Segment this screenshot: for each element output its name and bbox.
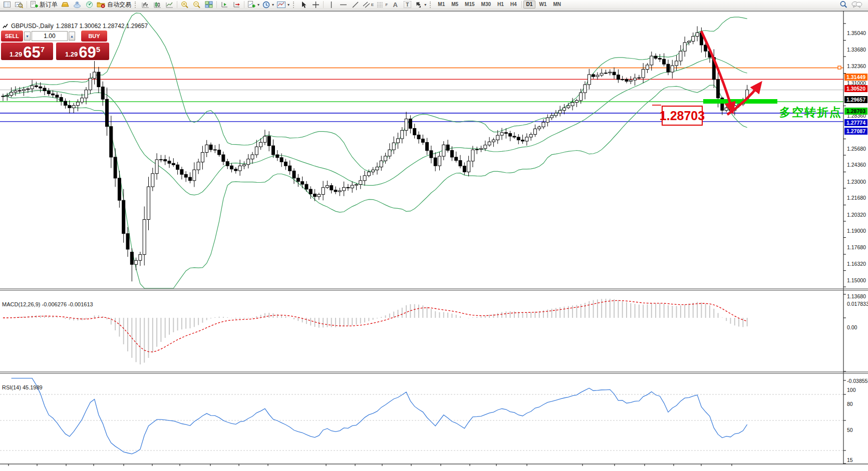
sell-button[interactable]: SELL: [1, 31, 23, 42]
horizontal-line-icon: [340, 3, 347, 7]
price-tick-label: 1.33680: [847, 47, 866, 53]
timeframe-m30[interactable]: M30: [478, 1, 494, 9]
equidistant-channel-tool-button[interactable]: E: [362, 1, 375, 9]
template-icon: [277, 2, 285, 8]
price-marker-1.27774: 1.27774: [844, 119, 867, 126]
toolbar-separator: [521, 1, 522, 8]
indicators-icon: [247, 1, 255, 9]
bar-chart-mode-button[interactable]: [140, 1, 151, 9]
toolbar-separator: [27, 1, 27, 8]
auto-scroll-icon: [221, 1, 228, 8]
timeframe-m5[interactable]: M5: [448, 1, 461, 9]
price-tick-label: 1.15000: [847, 277, 866, 283]
timeframe-h4[interactable]: H4: [507, 1, 520, 9]
indicators-dropdown-arrow[interactable]: ▾: [257, 3, 259, 7]
text-label-tool-button[interactable]: A: [390, 1, 401, 9]
price-tick-label: 1.13680: [847, 293, 866, 299]
arrows-tool-button[interactable]: ▾: [414, 1, 427, 9]
price-marker-1.31449: 1.31449: [844, 74, 867, 81]
price-tick-label: 1.16320: [847, 261, 866, 267]
profiles-button[interactable]: [14, 1, 25, 9]
one-click-trade-panel: SELL ▼ ▲ BUY 1.29 65 7 1.29 69 5: [1, 31, 109, 60]
chart-shift-button[interactable]: [231, 1, 242, 9]
templates-button[interactable]: ▾: [276, 1, 291, 9]
fibonacci-tool-button[interactable]: F: [376, 1, 389, 9]
timeframe-group: M1M5M15M30H1H4D1W1MN: [435, 1, 564, 9]
price-annotation-box[interactable]: 1.28703: [662, 106, 703, 126]
crosshair-icon: [312, 1, 320, 9]
rsi-axis-label: 80: [847, 401, 853, 407]
symbol-period-label: GBPUSD-,Daily: [11, 23, 54, 30]
ohlc-values: 1.28817 1.30062 1.28742 1.29657: [56, 23, 148, 30]
timeframe-w1[interactable]: W1: [536, 1, 549, 9]
new-order-icon: [30, 1, 38, 9]
arrows-dropdown-arrow[interactable]: ▾: [424, 3, 426, 7]
profile-magnifier-icon: [15, 1, 23, 9]
trendline-tool-button[interactable]: [350, 1, 361, 9]
toolbar-drag-handle[interactable]: [293, 2, 296, 8]
crosshair-tool-button[interactable]: [310, 1, 321, 9]
sell-price-pips: 65: [23, 45, 40, 60]
toolbar-drag-handle[interactable]: [430, 2, 432, 8]
autotrading-icon: [97, 1, 106, 8]
price-tick-label: 1.20320: [847, 212, 866, 218]
text-tool-letter: A: [393, 1, 398, 9]
zoom-out-button[interactable]: [191, 1, 202, 9]
rsi-axis-label: 100: [847, 387, 856, 393]
periods-button[interactable]: ▾: [261, 1, 275, 9]
rsi-indicator-label: RSI(14) 45.1989: [2, 384, 43, 390]
chart-title-icon: [3, 24, 9, 29]
candlestick-chart[interactable]: [0, 0, 868, 471]
clock-icon: [262, 1, 270, 9]
volume-increase-button[interactable]: ▲: [69, 32, 75, 41]
autotrading-button[interactable]: 自动交易: [96, 1, 132, 9]
timeframe-d1[interactable]: D1: [523, 1, 536, 9]
text-box-tool-button[interactable]: T: [402, 1, 413, 9]
price-marker-1.27087: 1.27087: [844, 128, 867, 135]
tile-windows-button[interactable]: [203, 1, 214, 9]
market-depth-button[interactable]: [60, 1, 71, 9]
timeframe-m15[interactable]: M15: [462, 1, 477, 9]
zoom-in-icon: [181, 1, 189, 9]
indicators-button[interactable]: ▾: [246, 1, 260, 9]
price-marker-1.29657: 1.29657: [844, 96, 867, 103]
mql5-community-button[interactable]: [72, 1, 83, 9]
fibonacci-grid-icon: [377, 1, 385, 9]
buy-button[interactable]: BUY: [81, 31, 107, 42]
new-order-button[interactable]: 新订单: [29, 1, 59, 9]
zoom-in-button[interactable]: [179, 1, 190, 9]
tile-windows-icon: [205, 1, 213, 8]
chart-title: GBPUSD-,Daily 1.28817 1.30062 1.28742 1.…: [3, 23, 148, 30]
new-order-label: 新订单: [40, 1, 58, 9]
search-icon[interactable]: [839, 1, 847, 9]
buy-price-button[interactable]: 1.29 69 5: [56, 43, 109, 60]
cursor-tool-button[interactable]: [298, 1, 309, 9]
sell-price-major: 1.29: [10, 51, 22, 58]
macd-indicator-label: MACD(12,26,9) -0.006276 -0.001613: [2, 301, 93, 307]
timeframe-mn[interactable]: MN: [550, 1, 564, 9]
chart-window-button[interactable]: [2, 1, 13, 9]
chart-window-icon: [4, 1, 11, 8]
vertical-line-tool-button[interactable]: [326, 1, 337, 9]
volume-decrease-button[interactable]: ▼: [24, 32, 31, 41]
auto-scroll-button[interactable]: [219, 1, 230, 9]
volume-input[interactable]: [32, 31, 68, 41]
buy-price-major: 1.29: [65, 51, 78, 58]
chat-icon[interactable]: [851, 1, 862, 9]
rsi-axis-label: 15: [847, 457, 853, 463]
toolbar-separator: [216, 1, 217, 8]
timeframe-h1[interactable]: H1: [494, 1, 507, 9]
templates-dropdown-arrow[interactable]: ▾: [287, 3, 290, 7]
horizontal-line-tool-button[interactable]: [338, 1, 349, 9]
timeframe-m1[interactable]: M1: [435, 1, 448, 9]
arrow-shapes-icon: [415, 1, 422, 8]
vertical-line-icon: [329, 1, 334, 9]
periods-dropdown-arrow[interactable]: ▾: [272, 3, 274, 7]
price-tick-label: 1.23000: [847, 179, 866, 185]
buy-price-pipette: 5: [96, 45, 100, 54]
candlestick-mode-button[interactable]: [152, 1, 163, 9]
signals-button[interactable]: [84, 1, 95, 9]
toolbar-drag-handle[interactable]: [135, 2, 137, 8]
line-chart-mode-button[interactable]: [164, 1, 175, 9]
sell-price-button[interactable]: 1.29 65 7: [1, 43, 53, 60]
